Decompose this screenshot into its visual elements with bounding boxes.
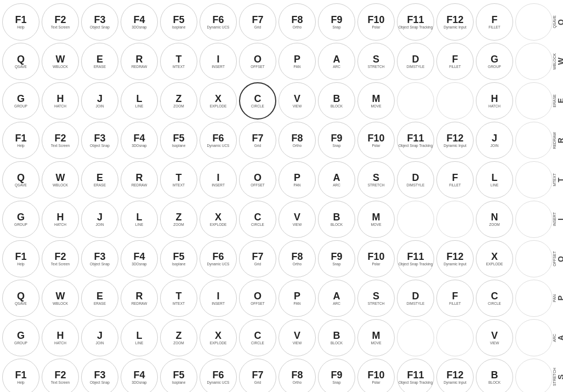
key-6-9[interactable]: F10Polar [357, 240, 395, 277]
key-3-3[interactable]: F43DOsnap [121, 122, 158, 159]
key-8-6[interactable]: CCIRCLE [239, 319, 276, 356]
key-5-10[interactable] [397, 201, 434, 238]
key-5-3[interactable]: LLINE [121, 201, 158, 238]
key-1-0[interactable]: QQSAVE [2, 43, 39, 80]
key-4-3[interactable]: RREDRAW [121, 161, 158, 198]
key-4-12[interactable]: LLINE [476, 161, 513, 198]
key-3-12[interactable]: JJOIN [476, 122, 513, 159]
key-3-1[interactable]: F2Text Screen [42, 122, 79, 159]
key-9-8[interactable]: F9Snap [318, 359, 355, 392]
key-9-0[interactable]: F1Help [2, 359, 39, 392]
key-3-13[interactable] [515, 122, 553, 159]
key-8-2[interactable]: JJOIN [81, 319, 118, 356]
key-3-5[interactable]: F6Dynamic UCS [200, 122, 237, 159]
key-6-6[interactable]: F7Grid [239, 240, 276, 277]
key-6-11[interactable]: F12Dynamic Input [436, 240, 474, 277]
key-7-9[interactable]: SSTRETCH [357, 280, 395, 317]
key-6-8[interactable]: F9Snap [318, 240, 355, 277]
key-5-6[interactable]: CCIRCLE [239, 201, 276, 238]
key-1-6[interactable]: OOFFSET [239, 43, 276, 80]
key-9-9[interactable]: F10Polar [357, 359, 395, 392]
key-8-8[interactable]: BBLOCK [318, 319, 355, 356]
key-8-0[interactable]: GGROUP [2, 319, 39, 356]
key-8-12[interactable]: VVIEW [476, 319, 513, 356]
key-4-2[interactable]: EERASE [81, 161, 118, 198]
key-6-0[interactable]: F1Help [2, 240, 39, 277]
key-0-13[interactable] [515, 3, 553, 41]
key-3-0[interactable]: F1Help [2, 122, 39, 159]
key-2-5[interactable]: XEXPLODE [200, 82, 237, 120]
key-6-7[interactable]: F8Ortho [278, 240, 316, 277]
key-9-12[interactable]: BBLOCK [476, 359, 513, 392]
key-2-8[interactable]: BBLOCK [318, 82, 355, 120]
key-4-6[interactable]: OOFFSET [239, 161, 276, 198]
key-9-4[interactable]: F5Isoplane [160, 359, 197, 392]
key-3-6[interactable]: F7Grid [239, 122, 276, 159]
key-7-11[interactable]: FFILLET [436, 280, 474, 317]
key-1-5[interactable]: IINSERT [200, 43, 237, 80]
key-7-0[interactable]: QQSAVE [2, 280, 39, 317]
key-5-5[interactable]: XEXPLODE [200, 201, 237, 238]
key-9-13[interactable] [515, 359, 553, 392]
key-2-11[interactable] [436, 82, 474, 120]
key-3-10[interactable]: F11Object Snap Tracking [397, 122, 434, 159]
key-0-6[interactable]: F7Grid [239, 3, 276, 41]
key-0-3[interactable]: F43DOsnap [121, 3, 158, 41]
key-2-13[interactable] [515, 82, 553, 120]
key-1-9[interactable]: SSTRETCH [357, 43, 395, 80]
key-6-4[interactable]: F5Isoplane [160, 240, 197, 277]
key-0-4[interactable]: F5Isoplane [160, 3, 197, 41]
key-3-8[interactable]: F9Snap [318, 122, 355, 159]
key-6-10[interactable]: F11Object Snap Tracking [397, 240, 434, 277]
key-4-10[interactable]: DDIMSTYLE [397, 161, 434, 198]
key-5-7[interactable]: VVIEW [278, 201, 316, 238]
key-7-4[interactable]: TMTEXT [160, 280, 197, 317]
key-2-2[interactable]: JJOIN [81, 82, 118, 120]
key-1-3[interactable]: RREDRAW [121, 43, 158, 80]
key-5-0[interactable]: GGROUP [2, 201, 39, 238]
key-1-8[interactable]: AARC [318, 43, 355, 80]
key-3-9[interactable]: F10Polar [357, 122, 395, 159]
key-9-7[interactable]: F8Ortho [278, 359, 316, 392]
key-6-5[interactable]: F6Dynamic UCS [200, 240, 237, 277]
key-2-10[interactable] [397, 82, 434, 120]
key-4-11[interactable]: FFILLET [436, 161, 474, 198]
key-4-8[interactable]: AARC [318, 161, 355, 198]
key-1-10[interactable]: DDIMSTYLE [397, 43, 434, 80]
key-7-3[interactable]: RREDRAW [121, 280, 158, 317]
key-3-2[interactable]: F3Object Snap [81, 122, 118, 159]
key-0-12[interactable]: FFILLET [476, 3, 513, 41]
key-8-5[interactable]: XEXPLODE [200, 319, 237, 356]
key-5-9[interactable]: MMOVE [357, 201, 395, 238]
key-8-9[interactable]: MMOVE [357, 319, 395, 356]
key-4-5[interactable]: IINSERT [200, 161, 237, 198]
key-9-3[interactable]: F43DOsnap [121, 359, 158, 392]
key-2-6[interactable]: CCIRCLE [239, 82, 276, 120]
key-5-1[interactable]: HHATCH [42, 201, 79, 238]
key-7-6[interactable]: OOFFSET [239, 280, 276, 317]
key-8-10[interactable] [397, 319, 434, 356]
key-6-2[interactable]: F3Object Snap [81, 240, 118, 277]
key-2-7[interactable]: VVIEW [278, 82, 316, 120]
key-5-11[interactable] [436, 201, 474, 238]
key-5-8[interactable]: BBLOCK [318, 201, 355, 238]
key-8-13[interactable] [515, 319, 553, 356]
key-7-13[interactable] [515, 280, 553, 317]
key-7-2[interactable]: EERASE [81, 280, 118, 317]
key-8-1[interactable]: HHATCH [42, 319, 79, 356]
key-7-12[interactable]: CCIRCLE [476, 280, 513, 317]
key-8-4[interactable]: ZZOOM [160, 319, 197, 356]
key-8-7[interactable]: VVIEW [278, 319, 316, 356]
key-2-4[interactable]: ZZOOM [160, 82, 197, 120]
key-3-4[interactable]: F5Isoplane [160, 122, 197, 159]
key-0-8[interactable]: F9Snap [318, 3, 355, 41]
key-9-1[interactable]: F2Text Screen [42, 359, 79, 392]
key-0-11[interactable]: F12Dynamic Input [436, 3, 474, 41]
key-9-11[interactable]: F12Dynamic Input [436, 359, 474, 392]
key-5-4[interactable]: ZZOOM [160, 201, 197, 238]
key-0-1[interactable]: F2Text Screen [42, 3, 79, 41]
key-0-0[interactable]: F1Help [2, 3, 39, 41]
key-1-13[interactable] [515, 43, 553, 80]
key-4-13[interactable] [515, 161, 553, 198]
key-1-7[interactable]: PPAN [278, 43, 316, 80]
